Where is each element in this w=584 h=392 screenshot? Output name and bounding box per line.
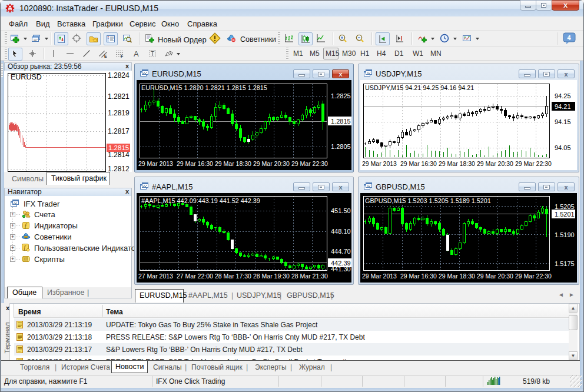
svg-text:1.2817: 1.2817 [108,127,130,135]
svg-text:444.70: 444.70 [331,248,351,255]
svg-text:94.25: 94.25 [555,92,571,99]
svg-text:94.15: 94.15 [555,118,571,125]
svg-text:EURUSD,M15 1.2820 1.2821 1.28: EURUSD,M15 1.2820 1.2821 1.2815 1.2815 [141,84,267,91]
svg-text:94.05: 94.05 [555,144,571,151]
svg-text:F: F [121,54,124,58]
svg-text:29 Mar 22:30: 29 Mar 22:30 [515,273,552,280]
svg-text:1.5175: 1.5175 [555,260,575,267]
svg-text:#AAPL,M15 442.09 443.19 441.5: #AAPL,M15 442.09 443.19 441.52 442.39 [141,197,260,204]
svg-text:1.2824: 1.2824 [108,71,130,79]
svg-text:29 Mar 22:30: 29 Mar 22:30 [291,160,328,167]
svg-text:1.2815: 1.2815 [108,144,129,151]
svg-text:442.39: 442.39 [331,260,351,267]
svg-text:29 Mar 18:30: 29 Mar 18:30 [215,160,251,167]
svg-text:1.2825: 1.2825 [331,92,351,99]
svg-text:E: E [104,54,107,58]
svg-text:448.10: 448.10 [331,228,351,235]
svg-text:29 Mar 20:30: 29 Mar 20:30 [477,273,513,280]
svg-text:1.2805: 1.2805 [331,143,351,150]
svg-text:29 Mar 22:30: 29 Mar 22:30 [515,160,552,167]
svg-text:94.21: 94.21 [555,103,571,110]
svg-text:4: 4 [568,34,572,41]
svg-text:USDJPY,M15 94.21 94.25 94.16: USDJPY,M15 94.21 94.25 94.16 94.21 [365,84,474,91]
svg-text:451.50: 451.50 [331,207,351,214]
svg-text:1.2815: 1.2815 [331,118,351,125]
svg-text:29 Mar 18:30: 29 Mar 18:30 [439,273,475,280]
svg-text:27 Mar 22:00: 27 Mar 22:00 [177,273,213,280]
svg-text:1.2812: 1.2812 [108,165,130,172]
svg-text:29 Mar 16:30: 29 Mar 16:30 [400,273,437,280]
svg-text:28 Mar 21:30: 28 Mar 21:30 [291,273,328,280]
svg-text:1.2814: 1.2814 [108,151,130,159]
svg-text:27 Mar 2013: 27 Mar 2013 [138,273,173,280]
svg-text:1.2821: 1.2821 [108,92,130,101]
svg-text:GBPUSD,M15 1.5203 1.5205 1.51: GBPUSD,M15 1.5203 1.5205 1.5189 1.5201 [365,197,491,204]
svg-text:T: T [151,51,154,57]
svg-text:28 Mar 17:30: 28 Mar 17:30 [215,273,251,280]
svg-text:29 Mar 16:30: 29 Mar 16:30 [400,160,437,167]
svg-text:A: A [134,49,139,58]
svg-text:1.5201: 1.5201 [555,211,575,218]
svg-text:EURUSD: EURUSD [11,73,42,81]
svg-text:28 Mar 19:30: 28 Mar 19:30 [253,273,290,280]
svg-text:29 Mar 18:30: 29 Mar 18:30 [439,160,475,167]
svg-text:29 Mar 2013: 29 Mar 2013 [362,160,397,167]
svg-text:29 Mar 20:30: 29 Mar 20:30 [253,160,290,167]
svg-text:29 Mar 2013: 29 Mar 2013 [138,160,173,167]
svg-text:1.2819: 1.2819 [108,109,130,117]
svg-text:29 Mar 20:30: 29 Mar 20:30 [477,160,513,167]
svg-text:29 Mar 16:30: 29 Mar 16:30 [177,160,213,167]
svg-text:1.5205: 1.5205 [555,203,575,210]
svg-text:1.5190: 1.5190 [555,231,575,238]
svg-text:29 Mar 2013: 29 Mar 2013 [362,273,397,280]
